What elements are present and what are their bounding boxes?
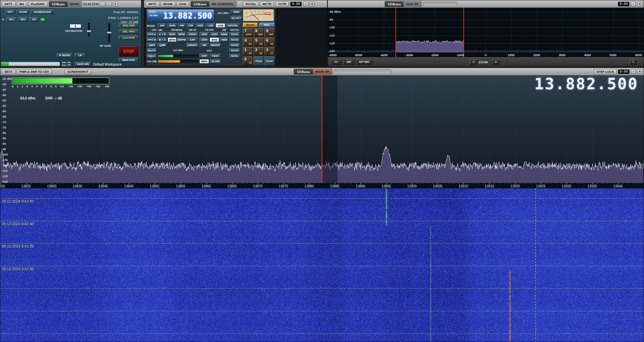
agc-off-button[interactable]: OFF [200, 54, 209, 58]
keypad-0-button[interactable]: 015 [243, 56, 253, 65]
minimize-button[interactable]: ─ [631, 2, 636, 6]
mode-cw-button[interactable]: CW [187, 23, 195, 28]
sp-wf-view-button[interactable]: SP+WF [356, 59, 372, 65]
sp1-button[interactable]: SP1 [6, 17, 17, 22]
cwafc-button[interactable]: CWAFC [187, 43, 198, 47]
opt-button[interactable]: OPT [5, 10, 15, 14]
nch3-button[interactable]: NCH3 [229, 43, 240, 47]
zoom-in-button[interactable]: > [492, 59, 500, 65]
frequency-display[interactable]: STEP: 10 kHz 13.882.500 [147, 9, 214, 22]
stop-button[interactable]: STOP [119, 46, 138, 56]
iq-out-button[interactable]: IQ OUT [231, 16, 242, 20]
keypad-7-button[interactable]: 72200 [243, 28, 253, 37]
zap-button[interactable]: ZAP [187, 38, 198, 42]
wfm-button[interactable]: WFM [168, 38, 177, 42]
keypad-2-button[interactable]: 220 [254, 47, 264, 56]
waterfall-canvas[interactable] [0, 188, 644, 342]
close-button[interactable]: ✕ [113, 2, 118, 6]
keypad-6-button[interactable]: 640 [264, 38, 275, 46]
mute-button[interactable]: MUTE [147, 48, 157, 53]
minimize-button[interactable]: ─ [100, 2, 105, 6]
squelch-slider[interactable] [158, 54, 198, 58]
mode-digital-button[interactable]: DIGITAL [226, 23, 240, 28]
ma-button[interactable]: MA [17, 1, 27, 7]
plugins-button[interactable]: PLUGINS [28, 1, 47, 7]
mctr-button[interactable]: MCTR [260, 1, 274, 7]
mode-fm-button[interactable]: FM [178, 23, 186, 28]
if-mode-button[interactable]: IF MODE [56, 53, 73, 58]
settings-button[interactable]: SETT. [145, 1, 159, 7]
aux-spectrum-canvas[interactable] [328, 8, 644, 57]
mfm-button[interactable]: MFM [177, 32, 186, 37]
mode-lsb-button[interactable]: LSB [206, 23, 215, 28]
vfo-a-button[interactable]: VFO A [147, 32, 157, 37]
rdsw-button[interactable]: RDSW [161, 1, 176, 7]
nbw-button[interactable]: NBW [220, 32, 229, 37]
sqlc-button[interactable]: SQLC [147, 54, 157, 58]
nch4-button[interactable]: NCH4 [229, 48, 240, 53]
wf-view-button[interactable]: WF [343, 59, 355, 65]
nr-button[interactable]: NR [200, 43, 209, 47]
rsyn1-button[interactable]: RSYN1 [243, 1, 258, 7]
keypad-4-button[interactable]: 480 [243, 38, 253, 46]
tctr-button[interactable]: TCTR [275, 1, 289, 7]
filter-2200-button[interactable]: 2200 [210, 32, 219, 37]
agc-med-button[interactable]: MED [200, 59, 209, 64]
nch1-button[interactable]: NCH1 [229, 32, 240, 37]
frequency-scale[interactable] [0, 183, 644, 188]
keypad-9-button[interactable]: 9160 [264, 28, 275, 37]
bands-button[interactable]: Bands [243, 23, 258, 27]
sp2-button[interactable]: SP2 [18, 17, 28, 22]
qmr-button[interactable]: QMR [158, 43, 167, 47]
rms-button[interactable]: RMS [231, 10, 242, 14]
nbn-button[interactable]: NBN [220, 38, 229, 42]
info-button[interactable]: i [630, 59, 637, 65]
mode-am-button[interactable]: AM [158, 23, 166, 28]
qms-button[interactable]: QMS [147, 43, 157, 47]
filter-2800-button[interactable]: 2800 [200, 38, 209, 42]
keypad-5-button[interactable]: 560 [254, 38, 264, 46]
decimation-slider-thumb[interactable] [87, 30, 91, 32]
volume-slider[interactable] [158, 60, 198, 63]
close-button[interactable]: ✕ [637, 69, 642, 74]
pwr-snr-csv-button[interactable]: PWR & SNR TO CSV [17, 69, 52, 74]
agc-fast-button[interactable]: FAST [210, 54, 221, 58]
step-lock-button[interactable]: STEP LOCK [594, 69, 617, 74]
cwpk-button[interactable]: CWPK [187, 32, 198, 37]
zoom-out-button[interactable]: < [470, 59, 477, 65]
close-button[interactable]: ✕ [309, 2, 315, 6]
swfm-button[interactable]: SWFM [177, 38, 186, 42]
mode-dsb-button[interactable]: DSB [196, 23, 205, 28]
screenshot-button[interactable]: SCREENSHOT [65, 69, 91, 74]
vfo-b-button[interactable]: VFO B [147, 38, 157, 42]
rx-button[interactable]: RX [29, 17, 39, 22]
maximize-button[interactable]: □ [107, 2, 112, 6]
del-vrx-button[interactable]: DEL VRX [119, 29, 138, 34]
agc-slow-button[interactable]: SLOW [210, 59, 221, 64]
scheduler-button[interactable]: SCHEDULER [31, 10, 54, 14]
settings-button[interactable]: SETT. [2, 69, 16, 74]
settings-button[interactable]: SETT. [2, 1, 16, 7]
close-button[interactable]: ✕ [637, 2, 642, 6]
decimation-slider[interactable] [88, 23, 90, 36]
enter-button[interactable]: Enter [264, 56, 275, 65]
save-workspace-button[interactable]: SAVE WS [75, 62, 91, 66]
filter-1800-button[interactable]: 1800 [200, 32, 209, 37]
keypad-3-button[interactable]: 317 [264, 47, 275, 56]
add-vrx-button[interactable]: ADD VRX [119, 23, 138, 28]
a-to-b-button[interactable]: A > B [158, 32, 167, 37]
lif-button[interactable]: LIF [75, 53, 86, 58]
nfm-button[interactable]: NFM [168, 32, 177, 37]
mode-sam-button[interactable]: SAM [167, 23, 177, 28]
rf-gain-slider-thumb[interactable] [107, 31, 112, 34]
filter-3000-button[interactable]: 3000 [210, 38, 219, 42]
mode-usb-button[interactable]: USB [216, 23, 225, 28]
keypad-1-button[interactable]: 130 [243, 47, 253, 56]
mhz-button[interactable]: MHz [259, 23, 275, 27]
minimize-button[interactable]: ─ [303, 2, 308, 6]
minimize-button[interactable]: ─ [631, 69, 636, 74]
scan-button[interactable]: SCAN [17, 10, 29, 14]
sp-view-button[interactable]: SP [330, 59, 342, 65]
clear-button[interactable]: Clear [254, 56, 264, 65]
nch2-button[interactable]: NCH2 [229, 38, 240, 42]
